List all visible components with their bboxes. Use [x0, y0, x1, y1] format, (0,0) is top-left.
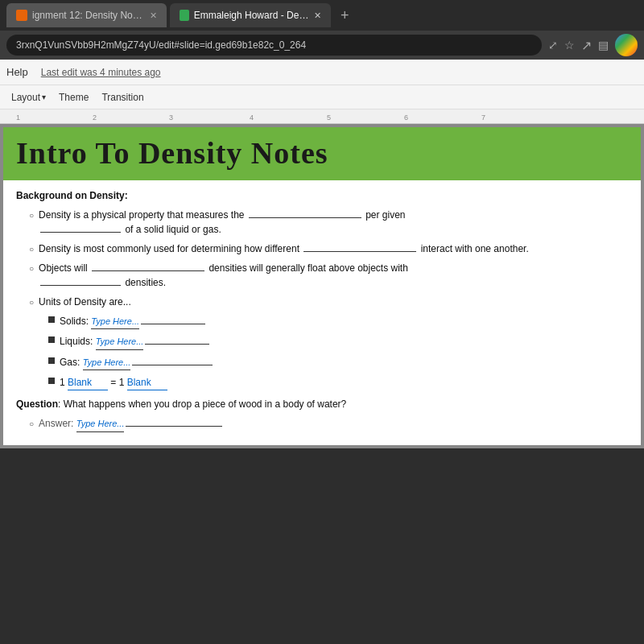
- bullet-4-text: Units of Density are...: [39, 295, 131, 309]
- sub-bullet-liquids: Liquids: Type Here...: [48, 334, 628, 350]
- sub-bullet-icon-3: [48, 357, 55, 364]
- layout-button[interactable]: Layout ▾: [6, 90, 51, 105]
- tab-label-1: ignment 12: Density Notes: [32, 10, 145, 21]
- sub-bullet-icon-2: [48, 336, 55, 343]
- slide[interactable]: Intro to Density Notes Background on Den…: [3, 127, 641, 445]
- slide-title: Intro to Density Notes: [16, 137, 628, 171]
- section-header: Background on Density:: [16, 190, 128, 201]
- tab-bar: ignment 12: Density Notes ✕ Emmaleigh Ho…: [0, 0, 644, 31]
- bullet-4: ○ Units of Density are...: [29, 295, 628, 309]
- theme-label: Theme: [59, 92, 89, 103]
- bullet-2: ○ Density is most commonly used for dete…: [29, 242, 628, 256]
- tab-favicon-1: [16, 10, 27, 21]
- browser-chrome: ignment 12: Density Notes ✕ Emmaleigh Ho…: [0, 0, 644, 60]
- address-bar-row: 3rxnQ1VunSVbb9H2mMgZ74yU/edit#slide=id.g…: [0, 31, 644, 60]
- ruler-mark-5: 5: [327, 114, 331, 122]
- ruler-mark-7: 7: [481, 114, 485, 122]
- sub-bullet-icon-1: [48, 316, 55, 323]
- blank-1-1: [249, 217, 361, 218]
- bullet-1-text: Density is a physical property that meas…: [39, 208, 406, 237]
- answer-bullet-circle: ○: [29, 418, 34, 432]
- gas-input[interactable]: Type Here...: [83, 356, 131, 371]
- sub-bullet-icon-4: [48, 378, 55, 384]
- blank-1-2: [40, 232, 121, 233]
- help-menu[interactable]: Help: [6, 66, 28, 78]
- ruler-mark-4: 4: [250, 114, 254, 122]
- layout-label: Layout: [11, 92, 40, 103]
- tab-close-1[interactable]: ✕: [150, 10, 157, 21]
- tab-density-graph[interactable]: Emmaleigh Howard - Density Gr ✕: [170, 3, 331, 27]
- slide-area: Intro to Density Notes Background on Den…: [0, 124, 644, 448]
- blank-2-1: [303, 251, 416, 252]
- theme-button[interactable]: Theme: [54, 90, 93, 105]
- tab-favicon-2: [180, 10, 189, 21]
- transition-label: Transition: [101, 92, 143, 103]
- ruler-mark-1: 1: [16, 114, 20, 122]
- answer-input[interactable]: Type Here...: [76, 417, 125, 432]
- google-account-icon[interactable]: [615, 34, 638, 56]
- bullet-circle-4: ○: [29, 296, 34, 309]
- ruler-mark-2: 2: [93, 114, 97, 122]
- section-background: Background on Density:: [16, 188, 628, 203]
- liquids-input[interactable]: Type Here...: [96, 335, 144, 350]
- bullet-circle-2: ○: [29, 243, 34, 256]
- question-text: Question: What happens when you drop a p…: [16, 398, 346, 410]
- slides-toolbar: Layout ▾ Theme Transition: [0, 85, 644, 109]
- bullet-1: ○ Density is a physical property that me…: [29, 208, 628, 237]
- sub-bullet-solids: Solids: Type Here...: [48, 314, 628, 330]
- ruler: 1 2 3 4 5 6 7: [0, 109, 644, 124]
- sub-bullet-gas-text: Gas: Type Here...: [60, 355, 213, 371]
- tab-close-2[interactable]: ✕: [314, 10, 321, 21]
- answer-text: Answer: Type Here...: [39, 416, 222, 432]
- solids-input[interactable]: Type Here...: [91, 315, 139, 330]
- blank-eq-1[interactable]: Blank: [68, 375, 108, 390]
- url-text: 3rxnQ1VunSVbb9H2mMgZ74yU/edit#slide=id.g…: [16, 39, 306, 51]
- trend-icon[interactable]: ↗: [581, 38, 592, 53]
- ruler-mark-6: 6: [404, 114, 408, 122]
- comment-icon[interactable]: ▤: [598, 39, 609, 52]
- last-edit-status: Last edit was 4 minutes ago: [41, 67, 161, 78]
- ruler-mark-3: 3: [169, 114, 173, 122]
- slide-body: Background on Density: ○ Density is a ph…: [3, 180, 641, 445]
- sub-bullet-gas: Gas: Type Here...: [48, 355, 628, 371]
- sub-bullet-solids-text: Solids: Type Here...: [60, 314, 205, 330]
- question-section: Question: What happens when you drop a p…: [16, 397, 628, 411]
- new-tab-button[interactable]: +: [334, 7, 356, 24]
- blank-3-1: [92, 270, 204, 271]
- tab-density-notes[interactable]: ignment 12: Density Notes ✕: [6, 3, 167, 27]
- bullet-3-text: Objects will densities will generally fl…: [39, 261, 408, 290]
- transition-button[interactable]: Transition: [97, 90, 148, 105]
- bullet-2-text: Density is most commonly used for determ…: [39, 242, 529, 256]
- app-toolbar: Help Last edit was 4 minutes ago: [0, 60, 644, 85]
- blank-3-2: [40, 285, 121, 286]
- share-icon[interactable]: ⤢: [548, 39, 558, 52]
- bullet-3: ○ Objects will densities will generally …: [29, 261, 628, 290]
- bullet-circle-1: ○: [29, 209, 34, 237]
- sub-bullet-liquids-text: Liquids: Type Here...: [60, 334, 209, 350]
- answer-section: ○ Answer: Type Here...: [29, 416, 628, 432]
- star-icon[interactable]: ☆: [564, 39, 575, 52]
- sub-bullet-equation: 1 Blank = 1 Blank: [48, 375, 628, 390]
- sub-bullet-equation-text: 1 Blank = 1 Blank: [60, 375, 167, 390]
- blank-eq-2[interactable]: Blank: [127, 375, 167, 390]
- tab-label-2: Emmaleigh Howard - Density Gr: [194, 10, 309, 21]
- answer-label: Answer:: [39, 418, 73, 429]
- address-bar[interactable]: 3rxnQ1VunSVbb9H2mMgZ74yU/edit#slide=id.g…: [6, 35, 542, 56]
- layout-dropdown-icon: ▾: [42, 93, 46, 101]
- question-label: Question: [16, 398, 58, 410]
- slide-title-banner: Intro to Density Notes: [3, 127, 641, 180]
- bullet-circle-3: ○: [29, 262, 34, 290]
